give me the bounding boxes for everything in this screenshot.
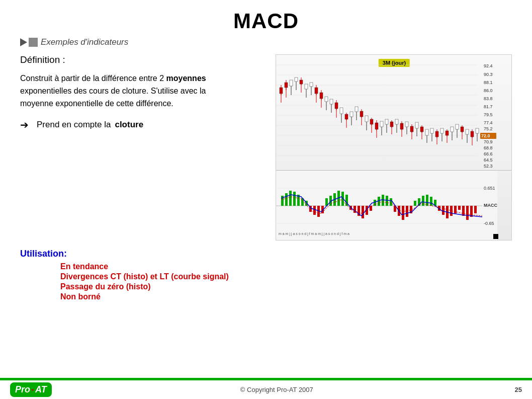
svg-rect-74 [385,119,388,124]
macd-chart: 0.651 MACC -0.65 m a m j j a s o n d j f… [276,171,512,241]
svg-rect-41 [330,99,333,104]
svg-text:64.5: 64.5 [484,157,493,163]
svg-text:0.651: 0.651 [484,186,495,191]
svg-rect-193 [454,206,457,213]
svg-text:52.3: 52.3 [484,164,493,169]
svg-rect-23 [300,80,303,84]
svg-rect-177 [390,198,392,206]
svg-rect-186 [426,195,428,206]
svg-rect-14 [285,83,288,88]
svg-rect-17 [290,80,293,86]
subtitle-square-icon [29,38,38,47]
subtitle-arrow-icon [20,38,27,46]
svg-rect-125 [471,131,474,137]
cloture-bold: cloture [115,120,143,130]
def-text-2: exponentielles des cours de cloture. S'u… [20,87,206,108]
svg-text:86.0: 86.0 [484,88,493,93]
svg-rect-47 [340,108,343,114]
svg-rect-119 [461,127,464,132]
svg-rect-44 [335,103,338,109]
svg-rect-65 [370,119,373,124]
stock-chart: 3M (jour) [276,55,512,171]
svg-rect-80 [395,119,398,124]
svg-rect-77 [390,122,393,127]
left-column: Définition : Construit à partir de la di… [20,54,231,241]
svg-rect-32 [315,88,318,94]
subtitle-text: Exemples d'indicateurs [41,37,128,47]
utilisation-items: En tendance Divergences CT (histo) et LT… [20,262,512,301]
utilisation-section: Utilisation: En tendance Divergences CT … [0,249,532,301]
svg-rect-190 [442,206,445,215]
svg-rect-153 [293,192,296,206]
svg-rect-110 [446,131,449,135]
page-title: MACD [0,0,532,33]
svg-rect-50 [345,114,348,119]
svg-rect-152 [289,191,292,206]
cloture-prefix: Prend en compte la [37,120,111,130]
svg-rect-185 [422,196,424,206]
svg-rect-62 [365,116,368,122]
svg-rect-198 [474,206,477,213]
svg-text:92.4: 92.4 [484,63,493,68]
page-container: MACD Exemples d'indicateurs Définition :… [0,0,532,399]
svg-rect-86 [405,122,408,127]
logo-at-text: AT [35,384,47,395]
svg-rect-104 [435,131,438,137]
logo-pro-text: Pro [15,384,30,395]
svg-text:79.5: 79.5 [484,112,493,117]
svg-rect-183 [414,201,416,206]
svg-rect-89 [410,126,413,132]
svg-text:70.9: 70.9 [484,139,493,144]
cloture-arrow-icon: ➔ [20,119,29,131]
svg-rect-172 [370,206,372,211]
svg-text:81.7: 81.7 [484,104,493,109]
content-area: Définition : Construit à partir de la di… [0,50,532,241]
svg-rect-20 [295,77,298,82]
svg-rect-95 [420,127,423,132]
svg-rect-29 [310,83,313,87]
definition-body: Construit à partir de la différence entr… [20,72,231,110]
svg-rect-59 [360,111,363,117]
svg-rect-11 [280,88,283,94]
svg-rect-194 [458,206,461,210]
svg-rect-187 [430,197,432,206]
svg-rect-176 [386,196,388,206]
svg-rect-181 [406,206,408,217]
svg-rect-38 [325,97,328,102]
svg-text:68.8: 68.8 [484,145,493,150]
svg-text:66.6: 66.6 [484,151,493,156]
utilisation-title: Utilisation: [20,249,512,259]
footer-logo: Pro - AT [10,382,52,397]
svg-rect-122 [466,129,469,134]
svg-text:83.8: 83.8 [484,96,493,101]
svg-rect-128 [476,128,479,133]
svg-rect-107 [440,128,444,133]
svg-text:MACC: MACC [484,203,497,208]
bottom-bar: Pro - AT © Copyright Pro-AT 2007 25 [0,378,532,399]
candlestick-svg: 92.4 90.3 88.1 86.0 83.8 81.7 79.5 77.4 … [276,55,497,171]
utilisation-item-3: Passage du zéro (histo) [60,282,512,291]
logo-dash-text: - [31,384,34,395]
footer-content: Pro - AT © Copyright Pro-AT 2007 25 [0,380,532,399]
chart-container: 3M (jour) [276,54,512,241]
logo-box: Pro - AT [10,382,52,397]
svg-rect-92 [415,122,418,128]
svg-text:75.2: 75.2 [484,126,493,131]
def-text-1: Construit à partir de la différence entr… [20,74,166,83]
svg-rect-195 [462,206,465,216]
svg-text:90.3: 90.3 [484,72,493,77]
svg-rect-83 [400,123,403,129]
svg-rect-101 [430,128,433,133]
utilisation-item-1: En tendance [60,262,512,271]
svg-rect-35 [320,93,323,99]
footer-page-number: 25 [502,386,522,393]
svg-rect-151 [285,193,288,206]
svg-rect-53 [350,112,353,117]
utilisation-item-4: Non borné [60,292,512,301]
svg-rect-71 [380,121,383,127]
svg-text:-0.65: -0.65 [484,221,494,226]
svg-rect-116 [456,124,459,129]
svg-rect-113 [451,127,454,132]
svg-rect-98 [425,129,428,135]
macd-svg: 0.651 MACC -0.65 m a m j j a s o n d j f… [276,171,497,241]
